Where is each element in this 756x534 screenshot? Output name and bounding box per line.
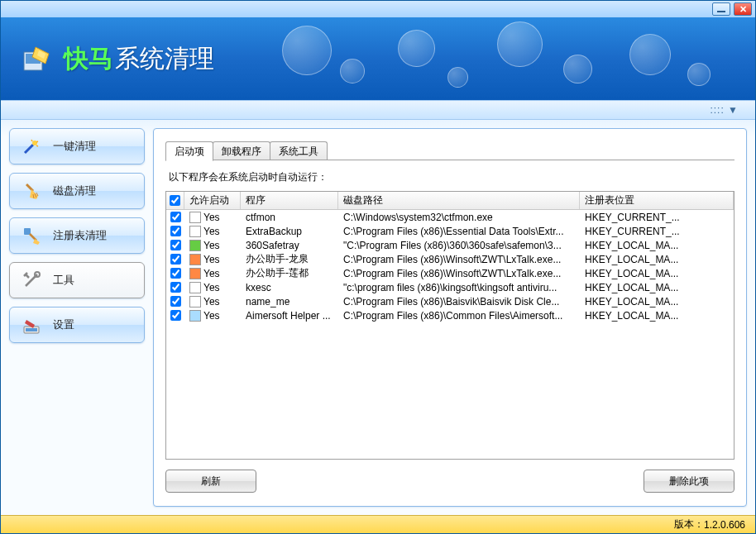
app-logo-icon xyxy=(21,42,54,75)
row-checkbox[interactable] xyxy=(166,212,184,222)
sidebar-item-label: 磁盘清理 xyxy=(53,184,96,198)
sidebar-item-one-click-clean[interactable]: 一键清理 xyxy=(9,128,145,164)
cell-allow: Yes xyxy=(184,212,241,223)
sidebar-item-label: 一键清理 xyxy=(53,139,96,154)
row-checkbox[interactable] xyxy=(166,282,184,293)
close-button[interactable]: ✕ xyxy=(734,2,752,16)
cell-path: C:\Windows\system32\ctfmon.exe xyxy=(338,212,580,223)
tab-uninstall[interactable]: 卸载程序 xyxy=(213,141,270,160)
header-checkbox[interactable] xyxy=(166,192,184,209)
cell-path: "C:\Program Files (x86)\360\360safe\safe… xyxy=(338,240,580,251)
broom-icon xyxy=(22,181,41,201)
program-icon xyxy=(189,268,201,279)
cell-registry: HKEY_CURRENT_... xyxy=(580,212,734,223)
version-value: 1.2.0.606 xyxy=(704,519,745,531)
registry-broom-icon xyxy=(22,226,41,246)
delete-button[interactable]: 删除此项 xyxy=(644,470,734,493)
sidebar-item-label: 设置 xyxy=(53,317,74,332)
startup-list: 允许启动 程序 磁盘路径 注册表位置 YesctfmonC:\Windows\s… xyxy=(165,191,734,460)
program-icon xyxy=(189,226,201,237)
column-path[interactable]: 磁盘路径 xyxy=(338,192,580,209)
row-checkbox[interactable] xyxy=(166,268,184,279)
sidebar-item-label: 工具 xyxy=(53,273,74,288)
cell-program: 360Safetray xyxy=(241,240,338,251)
cell-path: C:\Program Files (x86)\Baisvik\Baisvik D… xyxy=(338,296,580,308)
program-icon xyxy=(189,240,201,251)
table-row[interactable]: Yes办公助手-龙泉C:\Program Files (x86)\Winsoft… xyxy=(166,252,734,266)
cell-registry: HKEY_LOCAL_MA... xyxy=(580,310,734,322)
list-header: 允许启动 程序 磁盘路径 注册表位置 xyxy=(166,192,734,210)
tab-bar: 启动项 卸载程序 系统工具 xyxy=(165,141,734,160)
cell-registry: HKEY_CURRENT_... xyxy=(580,226,734,237)
cell-path: C:\Program Files (x86)\Essential Data To… xyxy=(338,226,580,237)
titlebar: ✕ xyxy=(1,1,755,17)
program-icon xyxy=(189,212,201,223)
list-body: YesctfmonC:\Windows\system32\ctfmon.exeH… xyxy=(166,210,734,322)
sidebar: 一键清理 磁盘清理 注册表清理 工具 设置 xyxy=(9,128,145,507)
sidebar-item-tools[interactable]: 工具 xyxy=(9,262,145,298)
wand-icon xyxy=(22,136,41,156)
cell-path: C:\Program Files (x86)\Winsoft\ZWT\LxTal… xyxy=(338,268,580,279)
table-row[interactable]: Yes办公助手-莲都C:\Program Files (x86)\Winsoft… xyxy=(166,266,734,280)
app-subtitle: 系统清理 xyxy=(115,42,214,76)
table-row[interactable]: Yeskxesc"c:\program files (x86)\kingsoft… xyxy=(166,280,734,294)
row-checkbox[interactable] xyxy=(166,240,184,250)
cell-registry: HKEY_LOCAL_MA... xyxy=(580,268,734,279)
cell-path: C:\Program Files (x86)\Common Files\Aime… xyxy=(338,310,580,322)
row-checkbox[interactable] xyxy=(166,254,184,265)
sidebar-item-disk-clean[interactable]: 磁盘清理 xyxy=(9,173,145,209)
cell-allow: Yes xyxy=(184,226,241,237)
tab-startup[interactable]: 启动项 xyxy=(165,141,213,161)
row-checkbox[interactable] xyxy=(166,296,184,307)
row-checkbox[interactable] xyxy=(166,310,184,321)
cell-allow: Yes xyxy=(184,296,241,308)
action-bar: 刷新 删除此项 xyxy=(165,470,734,493)
cell-program: ctfmon xyxy=(241,212,338,223)
column-program[interactable]: 程序 xyxy=(241,192,338,209)
cell-allow: Yes xyxy=(184,310,241,322)
table-row[interactable]: YesExtraBackupC:\Program Files (x86)\Ess… xyxy=(166,224,734,238)
cell-allow: Yes xyxy=(184,240,241,251)
program-icon xyxy=(189,254,201,265)
refresh-button[interactable]: 刷新 xyxy=(165,470,256,493)
table-row[interactable]: YesctfmonC:\Windows\system32\ctfmon.exeH… xyxy=(166,210,734,224)
settings-icon xyxy=(22,315,41,335)
table-row[interactable]: YesAimersoft Helper ...C:\Program Files … xyxy=(166,308,734,322)
toolbar-strip: :::: ▼ xyxy=(1,100,755,120)
minimize-button[interactable] xyxy=(712,2,730,16)
cell-registry: HKEY_LOCAL_MA... xyxy=(580,282,734,293)
program-icon xyxy=(189,296,201,308)
app-brand: 快马 xyxy=(64,42,113,76)
table-row[interactable]: Yesname_meC:\Program Files (x86)\Baisvik… xyxy=(166,294,734,308)
cell-program: 办公助手-龙泉 xyxy=(241,252,338,266)
toolbar-menu-icon[interactable]: :::: ▼ xyxy=(710,104,739,116)
cell-program: kxesc xyxy=(241,282,338,293)
cell-program: 办公助手-莲都 xyxy=(241,266,338,280)
status-bar: 版本： 1.2.0.606 xyxy=(1,515,755,533)
table-row[interactable]: Yes360Safetray"C:\Program Files (x86)\36… xyxy=(166,238,734,252)
cell-program: name_me xyxy=(241,296,338,308)
cell-allow: Yes xyxy=(184,282,241,293)
cell-registry: HKEY_LOCAL_MA... xyxy=(580,296,734,308)
row-checkbox[interactable] xyxy=(166,226,184,236)
cell-allow: Yes xyxy=(184,268,241,279)
sidebar-item-settings[interactable]: 设置 xyxy=(9,307,145,343)
cell-registry: HKEY_LOCAL_MA... xyxy=(580,240,734,251)
column-allow[interactable]: 允许启动 xyxy=(184,192,241,209)
cell-program: ExtraBackup xyxy=(241,226,338,237)
panel-description: 以下程序会在系统启动时自动运行： xyxy=(169,170,734,184)
tools-icon xyxy=(22,270,41,290)
cell-registry: HKEY_LOCAL_MA... xyxy=(580,254,734,265)
body: 一键清理 磁盘清理 注册表清理 工具 设置 启动项 卸载程序 xyxy=(1,120,755,515)
cell-path: C:\Program Files (x86)\Winsoft\ZWT\LxTal… xyxy=(338,254,580,265)
column-registry[interactable]: 注册表位置 xyxy=(580,192,734,209)
sidebar-item-registry-clean[interactable]: 注册表清理 xyxy=(9,217,145,254)
cell-path: "c:\program files (x86)\kingsoft\kingsof… xyxy=(338,282,580,293)
svg-point-2 xyxy=(32,141,37,145)
program-icon xyxy=(189,282,201,293)
sidebar-item-label: 注册表清理 xyxy=(53,228,107,243)
cell-program: Aimersoft Helper ... xyxy=(241,310,338,322)
tab-system-tools[interactable]: 系统工具 xyxy=(270,141,328,160)
cell-allow: Yes xyxy=(184,254,241,265)
svg-rect-6 xyxy=(26,328,37,331)
